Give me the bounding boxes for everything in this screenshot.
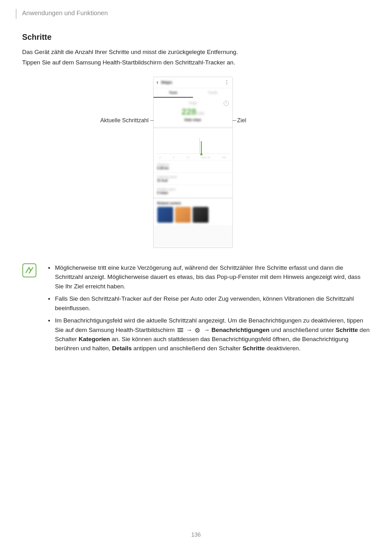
note-item-1: Möglicherweise tritt eine kurze Verzöger… bbox=[46, 263, 370, 291]
note-icon bbox=[22, 263, 37, 278]
today-label: Today bbox=[157, 101, 229, 105]
goal-value: 6,000 bbox=[196, 112, 204, 115]
hourly-chart: 0612Now 1824h bbox=[154, 127, 232, 160]
stat-calories: Calories burnt 21 kcal bbox=[154, 172, 232, 185]
diagram-area: Aktuelle Schrittzahl Ziel ‹ Steps ⋮ Trac… bbox=[16, 77, 370, 254]
related-thumb-1[interactable] bbox=[157, 207, 173, 223]
callout-goal: Ziel bbox=[237, 117, 246, 124]
related-thumb-2[interactable] bbox=[175, 207, 191, 223]
related-content: Related content bbox=[154, 197, 232, 225]
phone-top-bar: ‹ Steps ⋮ bbox=[154, 77, 232, 88]
note-item-3: Im Benachrichtigungsfeld wird die aktuel… bbox=[46, 316, 370, 353]
svg-rect-0 bbox=[23, 264, 36, 277]
back-icon[interactable]: ‹ bbox=[157, 79, 159, 86]
goal-sublabel: Daily steps bbox=[157, 118, 229, 122]
related-thumb-3[interactable] bbox=[193, 207, 208, 223]
tab-track[interactable]: Track bbox=[154, 88, 193, 98]
header-divider bbox=[16, 9, 16, 19]
paragraph-2: Tippen Sie auf dem Samsung Health-Startb… bbox=[22, 58, 370, 67]
note-item-2: Falls Sie den Schrittzahl-Tracker auf de… bbox=[46, 294, 370, 313]
menu-icon bbox=[177, 327, 184, 333]
paragraph-1: Das Gerät zählt die Anzahl Ihrer Schritt… bbox=[22, 47, 370, 57]
note-section: Möglicherweise tritt eine kurze Verzöger… bbox=[22, 263, 370, 356]
callout-current-steps: Aktuelle Schrittzahl bbox=[100, 117, 148, 124]
gear-icon: ⚙ bbox=[195, 327, 202, 333]
more-icon[interactable]: ⋮ bbox=[224, 79, 229, 85]
heading-schritte: Schritte bbox=[22, 33, 370, 42]
tab-trends[interactable]: Trends bbox=[193, 88, 232, 98]
step-counter-panel: i Today 2286,000 Daily steps bbox=[154, 98, 232, 127]
step-count: 228 bbox=[182, 107, 196, 117]
screen-title: Steps bbox=[161, 80, 172, 85]
phone-screenshot: ‹ Steps ⋮ Track Trends i Today 2286,000 … bbox=[153, 77, 233, 248]
stat-distance: Distance 0.38 km bbox=[154, 160, 232, 172]
page-number: 136 bbox=[0, 532, 392, 538]
stat-pace: Healthy pace 0 steps bbox=[154, 185, 232, 197]
section-header: Anwendungen und Funktionen bbox=[22, 9, 370, 17]
